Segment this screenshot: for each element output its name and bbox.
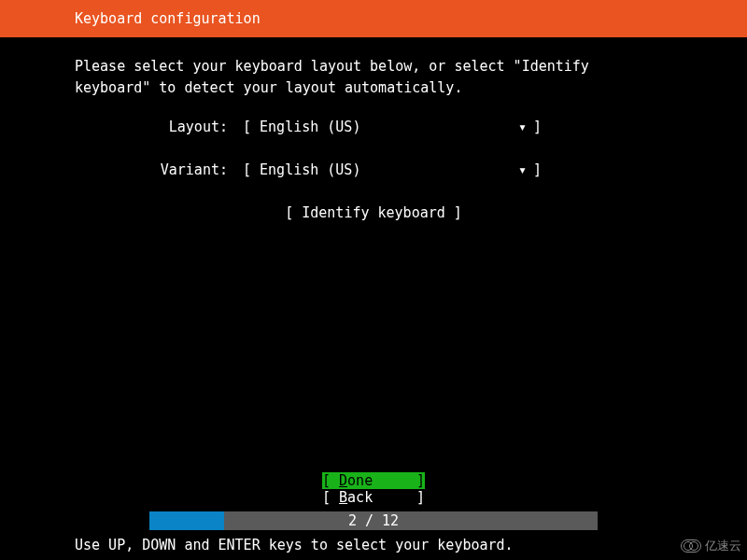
layout-label: Layout:	[75, 119, 243, 135]
progress-track: 2 / 12	[149, 511, 598, 530]
watermark: 亿速云	[681, 538, 741, 554]
back-button[interactable]: Back]	[322, 489, 425, 506]
progress-label: 2 / 12	[149, 511, 598, 530]
cloud-icon	[681, 539, 701, 553]
layout-value: English (US)	[243, 119, 542, 135]
chevron-down-icon: ▾	[518, 161, 527, 178]
hint-text: Use UP, DOWN and ENTER keys to select yo…	[75, 537, 514, 553]
identify-keyboard-button[interactable]: Identify keyboard	[285, 204, 462, 221]
instruction-text: Please select your keyboard layout below…	[75, 56, 672, 98]
layout-dropdown[interactable]: English (US) ▾ ]	[243, 119, 542, 135]
page-title: Keyboard configuration	[75, 10, 261, 27]
bracket-close: ]	[533, 161, 542, 178]
done-label: D	[339, 472, 347, 489]
hint-bar: Use UP, DOWN and ENTER keys to select yo…	[0, 530, 747, 560]
back-label: B	[339, 489, 347, 506]
progress-gutter-left	[0, 511, 149, 530]
progress-bar: 2 / 12	[0, 511, 747, 530]
variant-label: Variant:	[75, 161, 243, 178]
progress-gutter-right	[598, 511, 747, 530]
nav-buttons: Done] Back]	[0, 472, 747, 506]
done-button[interactable]: Done]	[322, 472, 425, 489]
variant-value: English (US)	[243, 161, 542, 178]
chevron-down-icon: ▾	[518, 119, 527, 135]
bottom-area: Done] Back] 2 / 12 Use UP, DOWN and ENTE…	[0, 472, 747, 560]
header-bar: Keyboard configuration	[0, 0, 747, 37]
main-content: Please select your keyboard layout below…	[0, 37, 747, 221]
identify-row: Identify keyboard	[75, 204, 672, 221]
layout-row: Layout: English (US) ▾ ]	[75, 119, 672, 135]
watermark-text: 亿速云	[705, 538, 741, 554]
variant-dropdown[interactable]: English (US) ▾ ]	[243, 161, 542, 178]
bracket-close: ]	[533, 119, 542, 135]
variant-row: Variant: English (US) ▾ ]	[75, 161, 672, 178]
